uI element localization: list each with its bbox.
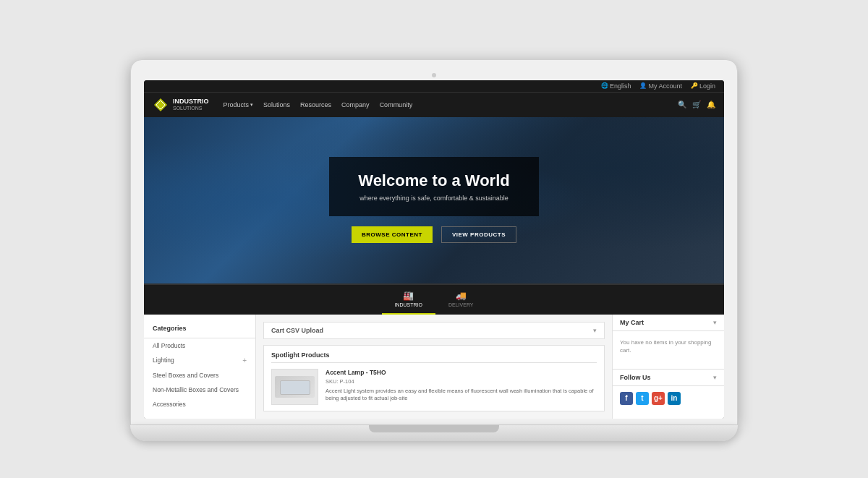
cart-toggle[interactable]: ▾ (713, 319, 717, 326)
user-icon (639, 82, 647, 89)
follow-toggle[interactable]: ▾ (713, 374, 717, 381)
cart-empty-message: You have no items in your shopping cart. (613, 331, 724, 362)
website: English My Account Login (144, 80, 724, 419)
product-sku: SKU: P-104 (326, 378, 597, 385)
product-info: Accent Lamp - T5HO SKU: P-104 Accent Lig… (326, 369, 597, 403)
search-icon[interactable]: 🔍 (678, 101, 686, 108)
laptop-base (130, 425, 738, 441)
product-name[interactable]: Accent Lamp - T5HO (326, 369, 597, 376)
chevron-down-icon: ▾ (250, 102, 253, 108)
spotlight-section: Spotlight Products Accent Lamp - T5HO SK… (263, 345, 605, 411)
hero-box: Welcome to a World where everything is s… (329, 157, 538, 216)
googleplus-icon[interactable]: g+ (652, 392, 665, 405)
facebook-icon[interactable]: f (620, 392, 633, 405)
logo[interactable]: INDUSTRIO SOLUTIONS (153, 97, 209, 113)
nav-company[interactable]: Company (341, 101, 370, 108)
delivery-icon: 🚚 (456, 291, 467, 301)
cart-title: My Cart (620, 319, 644, 326)
language-selector[interactable]: English (601, 82, 631, 90)
follow-us-title: Follow Us (620, 374, 651, 381)
sidebar-item-accessories[interactable]: Accessories (144, 397, 255, 411)
nav-solutions[interactable]: Solutions (263, 101, 290, 108)
notification-icon[interactable]: 🔔 (707, 101, 715, 108)
product-image[interactable] (271, 369, 318, 405)
expand-icon: + (242, 357, 247, 364)
login-icon (691, 82, 698, 89)
sidebar-item-lighting[interactable]: Lighting + (144, 353, 255, 368)
hero-title: Welcome to a World (358, 171, 509, 190)
nav-links: Products ▾ Solutions Resources Company C… (224, 101, 678, 108)
nav-action-icons: 🔍 🛒 🔔 (678, 101, 715, 108)
content-area: Categories All Products Lighting + Steel… (144, 315, 724, 419)
sidebar-item-steel-boxes[interactable]: Steel Boxes and Covers (144, 368, 255, 383)
screen: English My Account Login (144, 80, 724, 419)
login-link[interactable]: Login (691, 82, 715, 90)
main-content-area: Cart CSV Upload ▾ Spotlight Products (256, 315, 612, 419)
globe-icon (601, 82, 608, 89)
csv-upload-toggle[interactable]: ▾ (593, 327, 597, 334)
view-products-button[interactable]: VIEW PRODUCTS (441, 226, 516, 243)
product-thumbnail (275, 376, 315, 398)
csv-upload-title: Cart CSV Upload (271, 327, 323, 334)
nav-products[interactable]: Products ▾ (224, 101, 254, 108)
hero-subtitle: where everything is safe, comfortable & … (358, 195, 509, 202)
browse-content-button[interactable]: BROWSE CONTENT (352, 226, 433, 243)
tab-bar: 🏭 INDUSTRIO 🚚 DELIVERY (144, 283, 724, 315)
product-description: Accent Light system provides an easy and… (326, 388, 597, 403)
top-utility-bar: English My Account Login (144, 80, 724, 92)
main-navigation: INDUSTRIO SOLUTIONS Products ▾ Solutions… (144, 92, 724, 117)
sidebar-item-all-products[interactable]: All Products (144, 338, 255, 353)
tab-delivery[interactable]: 🚚 DELIVERY (435, 285, 487, 315)
categories-title: Categories (144, 322, 255, 338)
industrio-icon: 🏭 (403, 291, 414, 301)
product-row: Accent Lamp - T5HO SKU: P-104 Accent Lig… (271, 369, 597, 405)
follow-us-section: Follow Us ▾ (613, 369, 724, 386)
hero-content: Welcome to a World where everything is s… (329, 157, 538, 243)
hero-section: Welcome to a World where everything is s… (144, 117, 724, 283)
cart-icon[interactable]: 🛒 (692, 101, 701, 108)
csv-upload-section: Cart CSV Upload ▾ (263, 322, 605, 339)
linkedin-icon[interactable]: in (668, 392, 681, 405)
logo-diamond-icon (153, 97, 169, 113)
sidebar-item-non-metallic[interactable]: Non-Metallic Boxes and Covers (144, 383, 255, 397)
nav-community[interactable]: Community (380, 101, 413, 108)
tab-industrio[interactable]: 🏭 INDUSTRIO (382, 285, 436, 315)
cart-header: My Cart ▾ (613, 315, 724, 331)
spotlight-title: Spotlight Products (271, 351, 597, 363)
categories-sidebar: Categories All Products Lighting + Steel… (144, 315, 256, 419)
social-links: f t g+ in (613, 386, 724, 411)
twitter-icon[interactable]: t (636, 392, 649, 405)
my-account-link[interactable]: My Account (639, 82, 682, 90)
cart-sidebar: My Cart ▾ You have no items in your shop… (612, 315, 724, 419)
hero-buttons: BROWSE CONTENT VIEW PRODUCTS (329, 226, 538, 243)
nav-resources[interactable]: Resources (300, 101, 331, 108)
